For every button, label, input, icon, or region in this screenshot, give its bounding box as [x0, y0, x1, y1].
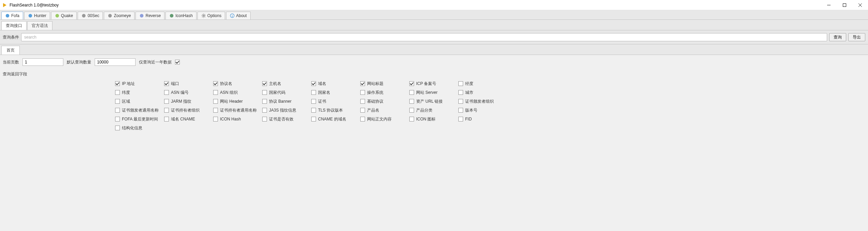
- main-tab-fofa[interactable]: Fofa: [1, 12, 23, 19]
- field-label: 区域: [122, 99, 130, 104]
- close-button[interactable]: [852, 0, 868, 10]
- field-item-25: 证书持有者组织: [164, 106, 212, 114]
- field-checkbox[interactable]: [262, 81, 267, 86]
- field-item-24: 证书颁发者通用名称: [115, 106, 163, 114]
- main-tab-label: About: [236, 13, 247, 18]
- field-checkbox[interactable]: [311, 117, 316, 121]
- field-checkbox[interactable]: [213, 90, 218, 95]
- field-label: ICON 图标: [416, 116, 436, 122]
- search-input[interactable]: [21, 33, 827, 41]
- result-tab-home[interactable]: 首页: [1, 46, 20, 55]
- field-checkbox[interactable]: [311, 108, 316, 113]
- field-checkbox[interactable]: [409, 108, 414, 113]
- field-checkbox[interactable]: [458, 99, 463, 104]
- main-tab-label: 00Sec: [88, 13, 99, 18]
- svg-rect-1: [843, 3, 846, 6]
- field-checkbox[interactable]: [213, 108, 218, 113]
- field-checkbox[interactable]: [213, 117, 218, 121]
- main-tab-zoomeye[interactable]: Zoomeye: [104, 12, 135, 19]
- main-tab-quake[interactable]: Quake: [51, 12, 77, 19]
- field-checkbox[interactable]: [409, 90, 414, 95]
- field-checkbox[interactable]: [311, 99, 316, 104]
- field-label: 协议 Banner: [269, 99, 291, 104]
- field-checkbox[interactable]: [213, 81, 218, 86]
- main-tab-iconhash[interactable]: IconHash: [165, 12, 196, 19]
- field-checkbox[interactable]: [458, 81, 463, 86]
- field-checkbox[interactable]: [115, 126, 120, 130]
- field-checkbox[interactable]: [115, 90, 120, 95]
- field-item-33: 域名 CNAME: [164, 115, 212, 123]
- field-item-14: 网站 Server: [409, 89, 457, 96]
- field-checkbox[interactable]: [409, 99, 414, 104]
- main-tab-00sec[interactable]: 00Sec: [78, 12, 103, 19]
- field-item-15: 城市: [458, 89, 506, 96]
- field-item-8: 纬度: [115, 89, 163, 96]
- main-tab-about[interactable]: iAbout: [226, 12, 250, 19]
- field-label: 资产 URL 链接: [416, 99, 443, 104]
- field-checkbox[interactable]: [311, 81, 316, 86]
- field-checkbox[interactable]: [360, 117, 365, 121]
- field-item-27: JA3S 指纹信息: [262, 106, 310, 114]
- field-checkbox[interactable]: [115, 81, 120, 86]
- field-label: 基础协议: [367, 99, 383, 104]
- field-checkbox[interactable]: [458, 108, 463, 113]
- field-checkbox[interactable]: [409, 117, 414, 121]
- field-checkbox[interactable]: [115, 99, 120, 104]
- field-label: CNAME 的域名: [318, 116, 346, 122]
- field-checkbox[interactable]: [164, 90, 169, 95]
- field-item-40: 结构化信息: [115, 124, 163, 132]
- main-tab-options[interactable]: Options: [198, 12, 225, 19]
- sub-tab-1[interactable]: 官方语法: [27, 21, 52, 30]
- field-label: 证书持有者通用名称: [220, 107, 257, 113]
- field-checkbox[interactable]: [115, 117, 120, 121]
- svg-point-9: [140, 14, 144, 18]
- field-checkbox[interactable]: [213, 99, 218, 104]
- field-checkbox[interactable]: [360, 81, 365, 86]
- field-checkbox[interactable]: [409, 81, 414, 86]
- field-item-32: FOFA 最后更新时间: [115, 115, 163, 123]
- field-label: 网站正文内容: [367, 116, 392, 122]
- count-input[interactable]: [95, 58, 136, 66]
- field-checkbox[interactable]: [458, 90, 463, 95]
- field-label: 结构化信息: [122, 125, 142, 131]
- field-item-13: 操作系统: [360, 89, 408, 96]
- field-checkbox[interactable]: [262, 90, 267, 95]
- field-item-0: IP 地址: [115, 80, 163, 87]
- field-checkbox[interactable]: [458, 117, 463, 121]
- field-item-34: ICON Hash: [213, 115, 261, 123]
- field-label: 产品名: [367, 107, 379, 113]
- query-button[interactable]: 查询: [829, 33, 846, 41]
- field-label: 证书: [318, 99, 326, 104]
- field-item-17: JARM 指纹: [164, 98, 212, 105]
- field-checkbox[interactable]: [360, 108, 365, 113]
- field-checkbox[interactable]: [164, 108, 169, 113]
- field-label: ASN 编号: [171, 90, 189, 96]
- field-checkbox[interactable]: [311, 90, 316, 95]
- export-button[interactable]: 导出: [848, 33, 865, 41]
- field-checkbox[interactable]: [262, 108, 267, 113]
- maximize-button[interactable]: [837, 0, 852, 10]
- field-checkbox[interactable]: [115, 108, 120, 113]
- field-checkbox[interactable]: [262, 117, 267, 121]
- main-tab-label: IconHash: [175, 13, 193, 18]
- field-label: 产品分类: [416, 107, 432, 113]
- window-title: FlashSearch 1.0@testzboy: [10, 3, 59, 8]
- field-checkbox[interactable]: [262, 99, 267, 104]
- field-checkbox[interactable]: [360, 90, 365, 95]
- year-checkbox[interactable]: [175, 60, 180, 64]
- field-checkbox[interactable]: [164, 99, 169, 104]
- field-label: 证书颁发者通用名称: [122, 107, 159, 113]
- field-checkbox[interactable]: [360, 99, 365, 104]
- field-checkbox[interactable]: [164, 81, 169, 86]
- params-row: 当前页数 默认查询数量 仅查询近一年数据: [0, 55, 868, 69]
- field-label: JARM 指纹: [171, 99, 191, 104]
- field-label: 操作系统: [367, 90, 383, 96]
- field-checkbox[interactable]: [164, 117, 169, 121]
- main-tab-reverse[interactable]: Reverse: [136, 12, 164, 19]
- sub-tab-0[interactable]: 查询接口: [1, 21, 27, 30]
- page-input[interactable]: [22, 58, 63, 66]
- svg-point-10: [170, 14, 174, 18]
- minimize-button[interactable]: [821, 0, 837, 10]
- main-tab-hunter[interactable]: Hunter: [24, 12, 50, 19]
- field-label: ICON Hash: [220, 117, 241, 121]
